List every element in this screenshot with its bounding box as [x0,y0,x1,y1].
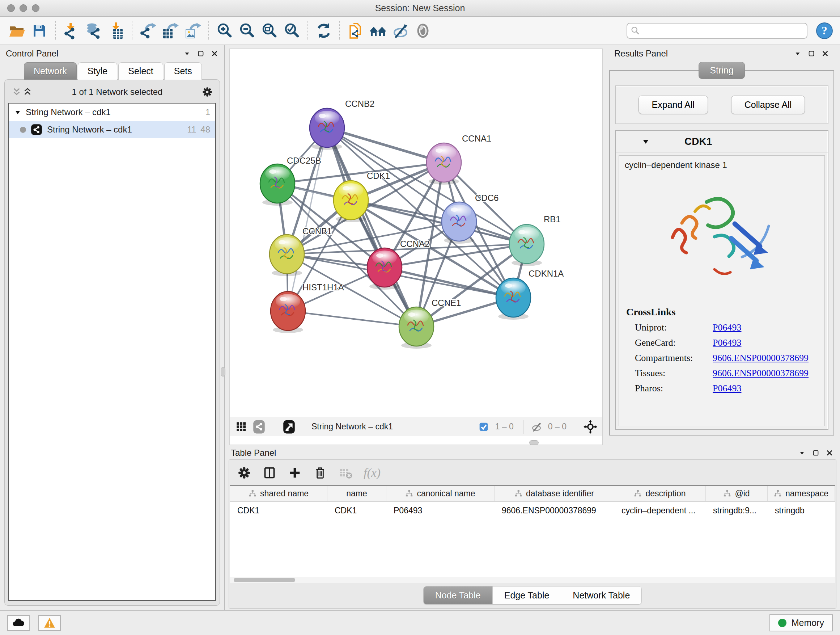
close-table-icon[interactable] [826,449,834,457]
window-zoom-button[interactable] [32,4,39,12]
table-splitter-handle[interactable] [529,440,538,445]
memory-button[interactable]: Memory [769,614,833,631]
network-options-gear-icon[interactable] [202,86,213,98]
window-close-button[interactable] [7,4,15,12]
table-cell[interactable]: CDK1 [327,506,386,516]
hide-nodes-icon[interactable] [389,19,412,42]
tab-select[interactable]: Select [118,62,163,80]
column-header-namespace[interactable]: namespace [767,486,835,501]
selected-checkbox-icon[interactable] [478,421,489,432]
cloud-button[interactable] [7,615,30,631]
collapse-table-icon[interactable] [798,449,806,457]
add-column-icon[interactable] [287,466,302,480]
warnings-button[interactable] [38,615,61,631]
network-node-CCNB1[interactable] [270,234,304,276]
crosslink-link[interactable]: 9606.ENSP00000378699 [713,353,808,363]
collapse-all-networks-icon[interactable] [22,87,33,97]
zoom-selected-icon[interactable] [281,19,303,42]
crosslink-link[interactable]: P06493 [713,337,741,348]
panel-splitter-handle[interactable] [221,367,225,377]
import-table-icon[interactable] [105,19,127,42]
hscrollbar-thumb[interactable] [234,578,295,582]
table-cell[interactable]: 9606.ENSP00000378699 [494,506,614,516]
collapse-panel-icon[interactable] [183,50,191,57]
zoom-fit-icon[interactable] [258,19,281,42]
tab-edge-table[interactable]: Edge Table [493,586,561,604]
collapse-results-icon[interactable] [794,50,802,57]
crosslink-link[interactable]: P06493 [713,322,741,333]
tab-network-table[interactable]: Network Table [561,586,641,604]
network-node-CDKN1A[interactable] [496,278,531,320]
network-view: CCNB2CCNA1CDC25BCDK1CDC6RB1CCNB1CCNA2CDK… [229,49,603,445]
import-database-icon[interactable] [82,19,105,42]
table-cell[interactable]: stringdb [767,506,835,516]
refresh-icon[interactable] [313,19,335,42]
fit-move-crosshair-icon[interactable] [584,420,597,434]
tab-node-table[interactable]: Node Table [424,586,493,604]
delete-row-trash-icon[interactable] [313,466,327,480]
float-results-icon[interactable] [807,50,815,57]
homes-icon[interactable] [367,19,389,42]
zoom-out-icon[interactable] [236,19,258,42]
crosslink-link[interactable]: 9606.ENSP00000378699 [713,368,808,379]
window-minimize-button[interactable] [19,4,27,12]
close-panel-icon[interactable] [210,50,218,57]
export-network-icon[interactable] [137,19,159,42]
search-box [627,23,807,39]
network-node-CCNE1[interactable] [399,307,434,348]
network-node-CDC25B[interactable] [260,164,295,206]
open-folder-icon[interactable] [6,19,28,42]
network-collection-row[interactable]: String Network – cdk1 1 [9,103,215,121]
network-canvas[interactable]: CCNB2CCNA1CDC25BCDK1CDC6RB1CCNB1CCNA2CDK… [230,49,602,417]
tab-style[interactable]: Style [78,62,118,80]
node-label-HIST1H1A: HIST1H1A [302,282,344,292]
string-import-icon[interactable] [344,19,367,42]
column-header-database-identifier[interactable]: database identifier [494,486,614,501]
expand-all-button[interactable]: Expand All [638,96,708,114]
tree-caret-icon[interactable] [14,109,21,116]
network-node-HIST1H1A[interactable] [271,291,305,333]
protein-section-header[interactable]: CDK1 [616,131,828,152]
string-badge-icon[interactable] [251,419,267,434]
delete-column-icon [338,466,353,480]
close-results-icon[interactable] [821,50,829,57]
export-table-icon[interactable] [159,19,182,42]
crosslink-link[interactable]: P06493 [713,383,741,394]
search-input[interactable] [627,23,807,39]
detach-view-icon[interactable] [281,419,297,434]
table-cell[interactable]: CDK1 [230,506,327,516]
float-panel-icon[interactable] [197,50,205,57]
tab-network[interactable]: Network [24,62,77,80]
tab-sets[interactable]: Sets [164,62,202,80]
save-icon[interactable] [28,19,51,42]
hidden-eye-slash-icon[interactable] [531,421,542,432]
show-columns-icon[interactable] [262,466,277,480]
network-node-CCNB2[interactable] [309,108,344,150]
protein-structure-image [625,180,819,301]
table-cell[interactable]: P06493 [386,506,494,516]
zoom-in-icon[interactable] [213,19,236,42]
collapse-all-button[interactable]: Collapse All [731,96,805,114]
network-node-CCNA1[interactable] [426,143,461,185]
column-header-canonical-name[interactable]: canonical name [386,486,494,501]
grid-mode-icon[interactable] [235,420,248,433]
table-cell[interactable]: cyclin–dependent ... [614,506,706,516]
column-header-shared-name[interactable]: shared name [230,486,327,501]
import-network-icon[interactable] [60,19,82,42]
network-row[interactable]: String Network – cdk1 11 48 [9,121,215,138]
column-header-description[interactable]: description [614,486,706,501]
section-caret-icon[interactable] [642,138,650,146]
preview-icon[interactable] [412,19,434,42]
export-image-icon[interactable] [182,19,204,42]
network-selected-label: 1 of 1 Network selected [33,87,202,97]
tab-string[interactable]: String [699,62,745,79]
help-button[interactable]: ? [815,21,834,41]
table-row[interactable]: CDK1CDK1P064939606.ENSP00000378699cyclin… [230,502,835,519]
network-node-RB1[interactable] [509,225,544,266]
float-table-icon[interactable] [812,449,820,457]
table-cell[interactable]: stringdb:9... [706,506,767,516]
expand-all-networks-icon[interactable] [11,87,22,97]
table-gear-icon[interactable] [237,466,251,480]
column-header-name[interactable]: name [327,486,386,501]
column-header--id[interactable]: @id [706,486,767,501]
